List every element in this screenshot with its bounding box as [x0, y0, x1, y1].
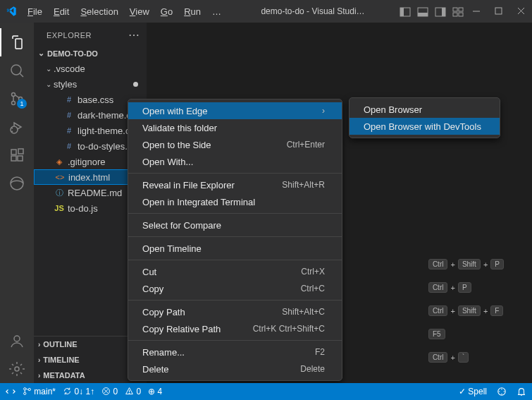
- context-item[interactable]: Open Timeline: [128, 240, 342, 257]
- activity-explorer-icon[interactable]: [0, 28, 34, 56]
- menu-selection[interactable]: Selection: [75, 4, 123, 20]
- svg-rect-25: [18, 156, 23, 161]
- shortcut-label: Ctrl+X: [301, 267, 325, 277]
- activity-search-icon[interactable]: [0, 56, 34, 85]
- status-bell-icon[interactable]: [516, 387, 526, 396]
- activity-settings-icon[interactable]: [0, 355, 34, 383]
- context-item-label: Validate this folder: [142, 123, 217, 133]
- chevron-down-icon: ⌄: [44, 80, 54, 88]
- menu-go[interactable]: Go: [156, 4, 178, 20]
- svg-point-31: [24, 392, 26, 394]
- menu-edit[interactable]: Edit: [49, 4, 74, 20]
- svg-rect-7: [459, 8, 463, 11]
- svg-rect-6: [453, 8, 457, 11]
- status-branch[interactable]: main*: [23, 387, 56, 396]
- tree-folder[interactable]: ⌄styles: [34, 76, 147, 92]
- context-item[interactable]: Copy Relative PathCtrl+K Ctrl+Shift+C: [128, 320, 342, 337]
- context-item[interactable]: Open to the SideCtrl+Enter: [128, 136, 342, 153]
- shortcut-label: Shift+Alt+C: [282, 307, 325, 317]
- html-file-icon: <>: [54, 173, 66, 181]
- shortcut-label: F2: [315, 347, 325, 357]
- css-file-icon: #: [63, 142, 75, 150]
- project-root[interactable]: ⌄ DEMO-TO-DO: [34, 47, 147, 59]
- status-spell[interactable]: ✓ Spell: [459, 387, 487, 396]
- status-sync[interactable]: 0↓ 1↑: [63, 387, 94, 396]
- svg-point-28: [14, 336, 20, 341]
- window-controls: [471, 6, 526, 16]
- svg-line-15: [20, 73, 23, 77]
- activity-extensions-icon[interactable]: [0, 141, 34, 169]
- close-button[interactable]: [516, 6, 526, 16]
- customize-layout-icon[interactable]: [452, 6, 463, 17]
- context-item[interactable]: Open with Edge›: [128, 102, 342, 119]
- tree-item-label: .vscode: [54, 63, 85, 74]
- context-item-label: Rename...: [142, 347, 185, 358]
- minimize-button[interactable]: [471, 6, 481, 16]
- menu-overflow[interactable]: …: [207, 4, 226, 20]
- context-item[interactable]: CopyCtrl+C: [128, 280, 342, 297]
- menu-view[interactable]: View: [125, 4, 154, 20]
- menu-file[interactable]: File: [23, 4, 47, 20]
- activity-debug-icon[interactable]: [0, 113, 34, 141]
- status-feedback-icon[interactable]: [497, 387, 507, 396]
- keyboard-hints: Ctrl+Shift+PCtrl+PCtrl+Shift+FF5Ctrl+`: [428, 259, 504, 375]
- context-item[interactable]: DeleteDelete: [128, 360, 342, 377]
- activity-scm-icon[interactable]: 1: [0, 85, 34, 113]
- status-warnings[interactable]: 0: [125, 387, 141, 396]
- kbd-key: Ctrl: [428, 282, 448, 293]
- tree-item-label: index.html: [68, 172, 110, 183]
- kbd-key: Shift: [458, 259, 481, 269]
- status-errors[interactable]: 0: [101, 387, 118, 396]
- toggle-panel-left-icon[interactable]: [400, 6, 410, 17]
- activity-bar: 1: [0, 23, 34, 383]
- status-remote-icon[interactable]: [6, 387, 16, 396]
- status-add[interactable]: ⊕ 4: [148, 387, 162, 396]
- css-file-icon: #: [63, 95, 75, 104]
- svg-point-32: [28, 388, 30, 390]
- svg-line-22: [11, 131, 13, 132]
- svg-rect-1: [400, 8, 404, 16]
- kbd-key: Ctrl: [428, 259, 448, 269]
- status-bar: main* 0↓ 1↑ 0 0 ⊕ 4 ✓ Spell: [0, 383, 532, 400]
- title-bar: FileEditSelectionViewGoRun… demo-to-do -…: [0, 0, 532, 23]
- context-menu: Open with Edge›Validate this folderOpen …: [128, 99, 342, 381]
- context-item[interactable]: Validate this folder: [128, 119, 342, 136]
- context-item-label: Delete: [142, 364, 169, 375]
- toggle-panel-right-icon[interactable]: [435, 6, 445, 17]
- context-item-label: Select for Compare: [142, 220, 221, 231]
- kbd-key: Ctrl: [428, 352, 448, 363]
- kbd-key: `: [458, 352, 469, 363]
- svg-point-27: [11, 177, 23, 190]
- svg-rect-9: [459, 13, 463, 16]
- context-item[interactable]: Rename...F2: [128, 344, 342, 360]
- submenu-item[interactable]: Open Browser with DevTools: [349, 118, 500, 135]
- context-item-label: Copy Path: [142, 307, 185, 317]
- context-item[interactable]: Reveal in File ExplorerShift+Alt+R: [128, 176, 342, 193]
- svg-point-17: [12, 102, 16, 105]
- submenu-item-label: Open Browser with DevTools: [364, 121, 481, 132]
- activity-account-icon[interactable]: [0, 327, 34, 355]
- maximize-button[interactable]: [494, 6, 504, 16]
- tree-item-label: base.css: [78, 95, 113, 105]
- chevron-down-icon: ⌄: [44, 65, 54, 73]
- modified-indicator-icon: [133, 82, 138, 87]
- context-item[interactable]: CutCtrl+X: [128, 263, 342, 280]
- scm-badge: 1: [17, 99, 27, 109]
- kbd-key: F: [490, 305, 503, 316]
- context-item[interactable]: Open in Integrated Terminal: [128, 193, 342, 210]
- explorer-more-icon[interactable]: ⋯: [128, 28, 140, 42]
- context-item-label: Reveal in File Explorer: [142, 180, 235, 190]
- kbd-key: P: [458, 282, 471, 293]
- context-item[interactable]: Copy PathShift+Alt+C: [128, 303, 342, 320]
- tree-folder[interactable]: ⌄.vscode: [34, 61, 147, 76]
- context-item-label: Open Timeline: [142, 243, 202, 254]
- submenu-item[interactable]: Open Browser: [349, 101, 500, 118]
- svg-point-29: [15, 367, 19, 371]
- context-item[interactable]: Open With...: [128, 153, 342, 170]
- activity-edge-icon[interactable]: [0, 169, 34, 198]
- tree-item-label: README.md: [68, 188, 122, 198]
- toggle-panel-bottom-icon[interactable]: [417, 6, 428, 17]
- menu-run[interactable]: Run: [179, 4, 206, 20]
- context-item[interactable]: Select for Compare: [128, 217, 342, 234]
- context-item-label: Copy Relative Path: [142, 324, 221, 334]
